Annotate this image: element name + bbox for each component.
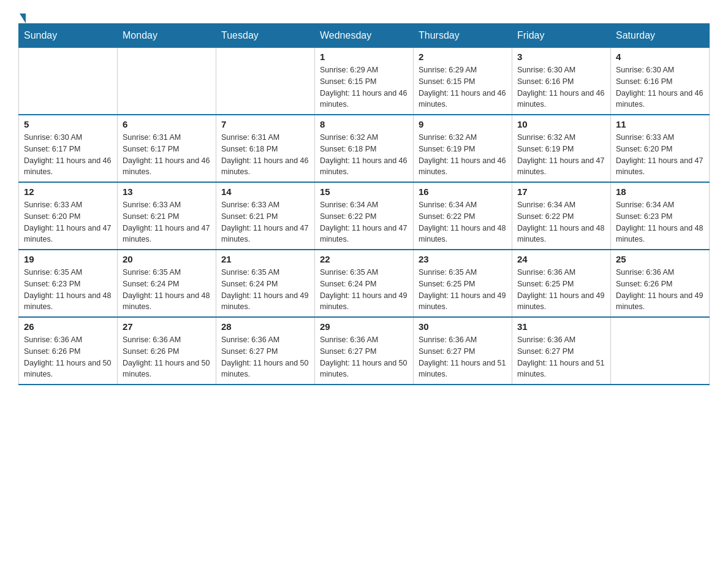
- calendar-cell: 27Sunrise: 6:36 AMSunset: 6:26 PMDayligh…: [118, 317, 216, 385]
- calendar-cell: 11Sunrise: 6:33 AMSunset: 6:20 PMDayligh…: [611, 115, 710, 182]
- calendar-cell: [19, 48, 118, 115]
- calendar-cell: 4Sunrise: 6:30 AMSunset: 6:16 PMDaylight…: [611, 48, 710, 115]
- day-info: Sunrise: 6:36 AMSunset: 6:25 PMDaylight:…: [517, 267, 605, 313]
- calendar-cell: 13Sunrise: 6:33 AMSunset: 6:21 PMDayligh…: [118, 182, 216, 250]
- weekday-header-monday: Monday: [118, 24, 216, 48]
- day-info: Sunrise: 6:36 AMSunset: 6:27 PMDaylight:…: [221, 334, 309, 380]
- calendar-cell: 6Sunrise: 6:31 AMSunset: 6:17 PMDaylight…: [118, 115, 216, 182]
- day-number: 2: [419, 52, 507, 62]
- calendar-cell: 26Sunrise: 6:36 AMSunset: 6:26 PMDayligh…: [19, 317, 118, 385]
- day-info: Sunrise: 6:30 AMSunset: 6:16 PMDaylight:…: [616, 64, 704, 110]
- calendar-cell: 16Sunrise: 6:34 AMSunset: 6:22 PMDayligh…: [414, 182, 512, 250]
- day-info: Sunrise: 6:29 AMSunset: 6:15 PMDaylight:…: [419, 64, 507, 110]
- day-info: Sunrise: 6:35 AMSunset: 6:23 PMDaylight:…: [24, 267, 112, 313]
- calendar-table: SundayMondayTuesdayWednesdayThursdayFrid…: [18, 23, 710, 385]
- day-info: Sunrise: 6:35 AMSunset: 6:24 PMDaylight:…: [320, 267, 408, 313]
- day-number: 7: [221, 119, 309, 129]
- calendar-cell: 24Sunrise: 6:36 AMSunset: 6:25 PMDayligh…: [512, 250, 611, 317]
- calendar-body: 1Sunrise: 6:29 AMSunset: 6:15 PMDaylight…: [19, 48, 710, 385]
- day-number: 17: [517, 186, 605, 197]
- day-number: 28: [221, 321, 309, 332]
- calendar-header: SundayMondayTuesdayWednesdayThursdayFrid…: [19, 24, 710, 48]
- day-number: 8: [320, 119, 408, 129]
- day-info: Sunrise: 6:32 AMSunset: 6:19 PMDaylight:…: [517, 132, 605, 178]
- day-info: Sunrise: 6:31 AMSunset: 6:17 PMDaylight:…: [123, 132, 211, 178]
- day-info: Sunrise: 6:36 AMSunset: 6:26 PMDaylight:…: [24, 334, 112, 380]
- calendar-cell: 14Sunrise: 6:33 AMSunset: 6:21 PMDayligh…: [216, 182, 315, 250]
- calendar-cell: [216, 48, 315, 115]
- calendar-cell: 7Sunrise: 6:31 AMSunset: 6:18 PMDaylight…: [216, 115, 315, 182]
- day-info: Sunrise: 6:35 AMSunset: 6:24 PMDaylight:…: [221, 267, 309, 313]
- day-number: 21: [221, 254, 309, 264]
- day-info: Sunrise: 6:34 AMSunset: 6:23 PMDaylight:…: [616, 199, 704, 245]
- logo-arrow-icon: [20, 13, 26, 23]
- day-info: Sunrise: 6:33 AMSunset: 6:20 PMDaylight:…: [24, 199, 112, 245]
- day-number: 12: [24, 186, 112, 197]
- day-number: 27: [123, 321, 211, 332]
- day-number: 29: [320, 321, 408, 332]
- day-number: 15: [320, 186, 408, 197]
- page-header: [18, 12, 710, 17]
- weekday-header-saturday: Saturday: [611, 24, 710, 48]
- day-number: 23: [419, 254, 507, 264]
- logo: [18, 12, 27, 17]
- day-number: 22: [320, 254, 408, 264]
- day-number: 31: [517, 321, 605, 332]
- weekday-header-sunday: Sunday: [19, 24, 118, 48]
- calendar-week-3: 12Sunrise: 6:33 AMSunset: 6:20 PMDayligh…: [19, 182, 710, 250]
- day-info: Sunrise: 6:36 AMSunset: 6:27 PMDaylight:…: [517, 334, 605, 380]
- calendar-cell: 2Sunrise: 6:29 AMSunset: 6:15 PMDaylight…: [414, 48, 512, 115]
- calendar-cell: 31Sunrise: 6:36 AMSunset: 6:27 PMDayligh…: [512, 317, 611, 385]
- calendar-cell: 18Sunrise: 6:34 AMSunset: 6:23 PMDayligh…: [611, 182, 710, 250]
- weekday-header-tuesday: Tuesday: [216, 24, 315, 48]
- day-number: 11: [616, 119, 704, 129]
- day-info: Sunrise: 6:33 AMSunset: 6:21 PMDaylight:…: [123, 199, 211, 245]
- day-info: Sunrise: 6:36 AMSunset: 6:26 PMDaylight:…: [123, 334, 211, 380]
- day-info: Sunrise: 6:30 AMSunset: 6:16 PMDaylight:…: [517, 64, 605, 110]
- day-info: Sunrise: 6:32 AMSunset: 6:19 PMDaylight:…: [419, 132, 507, 178]
- day-info: Sunrise: 6:31 AMSunset: 6:18 PMDaylight:…: [221, 132, 309, 178]
- day-number: 5: [24, 119, 112, 129]
- day-number: 24: [517, 254, 605, 264]
- day-number: 19: [24, 254, 112, 264]
- day-info: Sunrise: 6:36 AMSunset: 6:27 PMDaylight:…: [419, 334, 507, 380]
- calendar-cell: 8Sunrise: 6:32 AMSunset: 6:18 PMDaylight…: [315, 115, 414, 182]
- day-info: Sunrise: 6:34 AMSunset: 6:22 PMDaylight:…: [517, 199, 605, 245]
- day-info: Sunrise: 6:30 AMSunset: 6:17 PMDaylight:…: [24, 132, 112, 178]
- calendar-cell: 17Sunrise: 6:34 AMSunset: 6:22 PMDayligh…: [512, 182, 611, 250]
- day-number: 1: [320, 52, 408, 62]
- day-number: 4: [616, 52, 704, 62]
- calendar-cell: 30Sunrise: 6:36 AMSunset: 6:27 PMDayligh…: [414, 317, 512, 385]
- weekday-header-friday: Friday: [512, 24, 611, 48]
- calendar-week-2: 5Sunrise: 6:30 AMSunset: 6:17 PMDaylight…: [19, 115, 710, 182]
- day-info: Sunrise: 6:33 AMSunset: 6:21 PMDaylight:…: [221, 199, 309, 245]
- day-info: Sunrise: 6:36 AMSunset: 6:26 PMDaylight:…: [616, 267, 704, 313]
- calendar-week-5: 26Sunrise: 6:36 AMSunset: 6:26 PMDayligh…: [19, 317, 710, 385]
- calendar-cell: 1Sunrise: 6:29 AMSunset: 6:15 PMDaylight…: [315, 48, 414, 115]
- calendar-cell: 19Sunrise: 6:35 AMSunset: 6:23 PMDayligh…: [19, 250, 118, 317]
- calendar-cell: 20Sunrise: 6:35 AMSunset: 6:24 PMDayligh…: [118, 250, 216, 317]
- day-number: 3: [517, 52, 605, 62]
- day-number: 10: [517, 119, 605, 129]
- day-number: 14: [221, 186, 309, 197]
- day-info: Sunrise: 6:29 AMSunset: 6:15 PMDaylight:…: [320, 64, 408, 110]
- calendar-cell: [118, 48, 216, 115]
- day-info: Sunrise: 6:35 AMSunset: 6:24 PMDaylight:…: [123, 267, 211, 313]
- weekday-header-thursday: Thursday: [414, 24, 512, 48]
- calendar-cell: 29Sunrise: 6:36 AMSunset: 6:27 PMDayligh…: [315, 317, 414, 385]
- calendar-cell: 15Sunrise: 6:34 AMSunset: 6:22 PMDayligh…: [315, 182, 414, 250]
- day-number: 20: [123, 254, 211, 264]
- day-number: 13: [123, 186, 211, 197]
- calendar-cell: 21Sunrise: 6:35 AMSunset: 6:24 PMDayligh…: [216, 250, 315, 317]
- weekday-header-row: SundayMondayTuesdayWednesdayThursdayFrid…: [19, 24, 710, 48]
- day-number: 9: [419, 119, 507, 129]
- day-info: Sunrise: 6:36 AMSunset: 6:27 PMDaylight:…: [320, 334, 408, 380]
- calendar-cell: 28Sunrise: 6:36 AMSunset: 6:27 PMDayligh…: [216, 317, 315, 385]
- calendar-cell: 9Sunrise: 6:32 AMSunset: 6:19 PMDaylight…: [414, 115, 512, 182]
- calendar-cell: 3Sunrise: 6:30 AMSunset: 6:16 PMDaylight…: [512, 48, 611, 115]
- calendar-cell: 23Sunrise: 6:35 AMSunset: 6:25 PMDayligh…: [414, 250, 512, 317]
- calendar-cell: 10Sunrise: 6:32 AMSunset: 6:19 PMDayligh…: [512, 115, 611, 182]
- day-number: 30: [419, 321, 507, 332]
- day-number: 25: [616, 254, 704, 264]
- day-number: 26: [24, 321, 112, 332]
